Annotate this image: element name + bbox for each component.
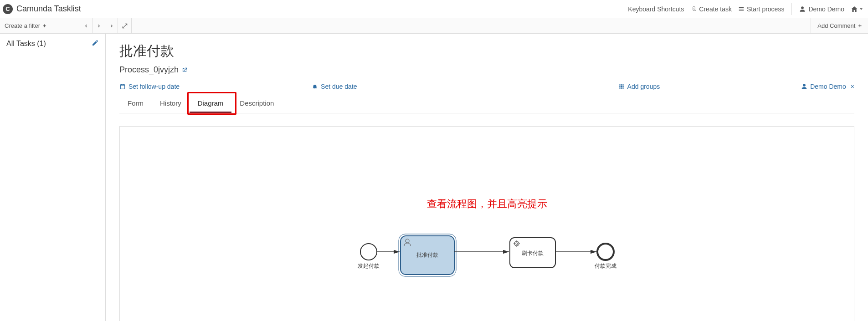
app-title: Camunda Tasklist: [16, 4, 81, 14]
add-comment-label: Add Comment: [817, 22, 855, 29]
brand-logo-icon: C: [3, 4, 13, 14]
topbar-right: Keyboard Shortcuts Create task Start pro…: [628, 3, 863, 15]
expand-icon: [122, 23, 128, 29]
bpmn-service-task-label: 刷卡付款: [522, 250, 544, 256]
chevron-left-icon: [84, 23, 88, 29]
tab-description[interactable]: Description: [231, 95, 282, 113]
nav-chevrons: [80, 18, 132, 33]
user-menu[interactable]: Demo Demo: [799, 5, 844, 13]
collapse-list-button[interactable]: [105, 18, 118, 33]
bpmn-end-label: 付款完成: [594, 263, 616, 269]
task-title: 批准付款: [119, 42, 854, 61]
diagram-canvas[interactable]: 查看流程图，并且高亮提示 发起付款: [119, 126, 854, 321]
secondbar: Create a filter + Add Comment +: [0, 18, 868, 34]
bpmn-start-event: [360, 244, 377, 260]
unassign-button[interactable]: ×: [851, 83, 854, 90]
assignee-name: Demo Demo: [810, 83, 846, 90]
chevron-right-icon: [109, 23, 114, 29]
grid-icon: [618, 83, 625, 90]
start-process-label: Start process: [747, 5, 784, 13]
user-icon: [801, 83, 807, 90]
prev-task-button[interactable]: [80, 18, 92, 33]
create-filter-button[interactable]: Create a filter +: [0, 18, 80, 33]
topbar: C Camunda Tasklist Keyboard Shortcuts Cr…: [0, 0, 868, 18]
sidebar-item-label: All Tasks (1): [6, 40, 46, 48]
set-followup-button[interactable]: Set follow-up date: [119, 83, 180, 90]
next-task-button[interactable]: [92, 18, 105, 33]
set-due-label: Set due date: [321, 83, 357, 90]
add-comment-button[interactable]: Add Comment +: [811, 18, 868, 33]
external-link-icon: [181, 67, 188, 73]
home-icon: [851, 5, 858, 13]
bpmn-diagram: 发起付款 批准付款: [350, 231, 624, 286]
divider: [791, 3, 792, 15]
list-icon: [738, 6, 745, 12]
calendar-icon: [119, 83, 126, 90]
main: 批准付款 Process_0jvyjzh Set follow-up date …: [106, 34, 868, 321]
user-name: Demo Demo: [808, 5, 844, 13]
sidebar: All Tasks (1): [0, 34, 106, 321]
plus-icon: +: [43, 22, 46, 29]
body: All Tasks (1) 批准付款 Process_0jvyjzh Set f…: [0, 34, 868, 321]
edit-filter-button[interactable]: [92, 39, 99, 48]
assignee-chip[interactable]: Demo Demo ×: [801, 83, 854, 90]
keyboard-shortcuts-link[interactable]: Keyboard Shortcuts: [628, 5, 684, 13]
bpmn-start-label: 发起付款: [358, 263, 380, 269]
process-definition-link[interactable]: Process_0jvyjzh: [119, 65, 854, 75]
bpmn-end-event: [597, 244, 614, 260]
fullscreen-button[interactable]: [118, 18, 132, 33]
tab-diagram[interactable]: Diagram: [190, 95, 232, 113]
process-name: Process_0jvyjzh: [119, 65, 179, 75]
start-process-link[interactable]: Start process: [738, 5, 784, 13]
create-task-link[interactable]: Create task: [690, 5, 732, 13]
bpmn-user-task-label: 批准付款: [416, 252, 438, 258]
annotation-text: 查看流程图，并且高亮提示: [427, 197, 547, 211]
bell-icon: [312, 83, 318, 90]
user-icon: [799, 6, 806, 12]
create-filter-label: Create a filter: [5, 22, 40, 29]
brand: C Camunda Tasklist: [3, 4, 81, 14]
set-due-button[interactable]: Set due date: [312, 83, 357, 90]
add-groups-button[interactable]: Add groups: [618, 83, 660, 90]
chevron-right-icon: [97, 23, 101, 29]
tab-form[interactable]: Form: [119, 95, 152, 113]
add-groups-label: Add groups: [627, 83, 660, 90]
create-task-label: Create task: [699, 5, 732, 13]
action-row: Set follow-up date Set due date Add grou…: [119, 83, 854, 90]
home-menu[interactable]: [851, 5, 863, 13]
plus-icon: +: [858, 22, 862, 29]
paperclip-icon: [690, 6, 697, 12]
sidebar-item-all-tasks[interactable]: All Tasks (1): [0, 34, 105, 54]
caret-down-icon: [859, 7, 863, 11]
tab-history[interactable]: History: [152, 95, 190, 113]
pencil-icon: [92, 39, 99, 46]
tabs: Form History Diagram Description: [119, 95, 854, 113]
set-followup-label: Set follow-up date: [128, 83, 180, 90]
